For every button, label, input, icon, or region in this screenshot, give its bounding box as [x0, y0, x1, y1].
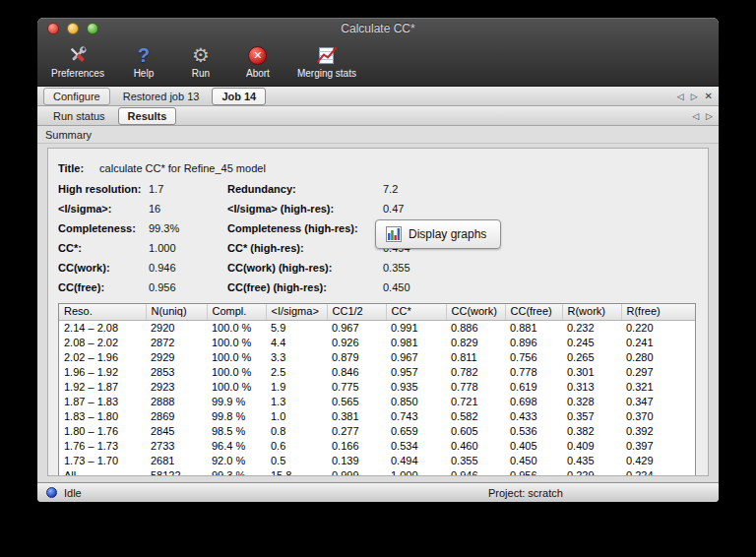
table-row[interactable]: 1.83 – 1.80286999.8 %1.00.3810.7430.5820… [59, 409, 695, 424]
zoom-window-icon[interactable] [87, 23, 98, 34]
table-cell: 0.619 [505, 380, 562, 395]
minimize-window-icon[interactable] [67, 23, 79, 34]
help-button[interactable]: ? Help [122, 41, 165, 80]
column-header[interactable]: CC(free) [505, 304, 562, 321]
tab-scroll-right-icon[interactable]: ▷ [691, 92, 698, 101]
column-header[interactable]: R(work) [562, 304, 621, 321]
table-cell: 0.850 [386, 395, 446, 409]
table-row[interactable]: 1.80 – 1.76284598.5 %0.80.2770.6590.6050… [59, 424, 695, 439]
summary-label: <I/sigma> (high-res): [227, 203, 383, 215]
table-cell: 0.245 [562, 336, 621, 350]
status-text: Idle [64, 487, 82, 499]
table-cell: 0.277 [327, 424, 386, 439]
table-cell: 100.0 % [207, 365, 266, 380]
status-led-icon [46, 487, 57, 498]
table-cell: 0.981 [386, 336, 446, 350]
table-cell: 96.4 % [207, 439, 266, 454]
table-cell: 0.220 [621, 321, 695, 337]
table-cell: 0.435 [562, 454, 621, 468]
table-cell: 100.0 % [207, 350, 266, 365]
summary-section-header[interactable]: Summary [37, 126, 719, 144]
summary-section-label: Summary [45, 129, 92, 141]
table-cell: 99.8 % [207, 409, 266, 424]
run-button[interactable]: ⚙ Run [179, 41, 222, 80]
tool-label: Help [134, 68, 155, 79]
table-cell: 99.9 % [207, 395, 266, 409]
result-scroll-right-icon[interactable]: ▷ [706, 111, 713, 121]
table-cell: 2.14 – 2.08 [59, 321, 146, 337]
display-graphs-button[interactable]: Display graphs [375, 219, 501, 249]
column-header[interactable]: CC1/2 [327, 304, 386, 321]
statistics-table: Reso.N(uniq)Compl.<I/sigma>CC1/2CC*CC(wo… [58, 303, 696, 476]
column-header[interactable]: Compl. [207, 304, 266, 321]
tab-configure[interactable]: Configure [43, 88, 110, 105]
bar-chart-icon [386, 226, 402, 242]
result-tab-bar: Run status Results ◁ ▷ [37, 106, 719, 126]
help-icon: ? [138, 42, 150, 68]
table-cell: 0.967 [327, 321, 386, 337]
table-cell: 0.778 [505, 365, 562, 380]
table-row[interactable]: 1.76 – 1.73273396.4 %0.60.1660.5340.4600… [59, 439, 695, 454]
table-cell: 0.280 [621, 350, 695, 365]
tab-results[interactable]: Results [118, 107, 177, 125]
table-row[interactable]: 2.14 – 2.082920100.0 %5.90.9670.9910.886… [59, 321, 695, 337]
tab-restored-job-13[interactable]: Restored job 13 [113, 88, 210, 105]
summary-label: Completeness: [58, 222, 149, 234]
table-cell: 15.8 [266, 468, 327, 476]
table-row[interactable]: 2.08 – 2.022872100.0 %4.40.9260.9810.829… [59, 336, 695, 350]
table-row[interactable]: 1.96 – 1.922853100.0 %2.50.8460.9570.782… [59, 365, 695, 380]
summary-value: 99.3% [149, 222, 227, 234]
table-cell: 0.450 [505, 454, 562, 468]
preferences-button[interactable]: Preferences [47, 41, 108, 80]
close-window-icon[interactable] [47, 23, 59, 34]
abort-button[interactable]: ✕ Abort [236, 41, 280, 80]
app-window: Calculate CC* [37, 18, 719, 502]
summary-value: 0.47 [383, 203, 472, 215]
column-header[interactable]: Reso. [59, 304, 146, 321]
titlebar[interactable]: Calculate CC* [37, 18, 719, 39]
table-header-row: Reso.N(uniq)Compl.<I/sigma>CC1/2CC*CC(wo… [59, 304, 695, 321]
content-area: Title: calculate CC* for Refine_45 model… [37, 144, 719, 482]
table-cell: 0.775 [327, 380, 386, 395]
window-title: Calculate CC* [37, 22, 719, 35]
column-header[interactable]: N(uniq) [146, 304, 207, 321]
table-cell: 4.4 [266, 336, 327, 350]
merging-stats-button[interactable]: Merging stats [293, 41, 360, 80]
table-cell: 2872 [146, 336, 207, 350]
table-cell: 100.0 % [207, 321, 266, 337]
table-cell: 0.460 [446, 439, 505, 454]
table-row[interactable]: 1.92 – 1.872923100.0 %1.90.7750.9350.778… [59, 380, 695, 395]
table-cell: 1.80 – 1.76 [59, 424, 146, 439]
table-cell: 1.83 – 1.80 [59, 409, 146, 424]
table-row[interactable]: All5812299.3 %15.80.9991.0000.9460.9560.… [59, 468, 695, 476]
summary-value: 7.2 [383, 183, 472, 195]
tab-job-14[interactable]: Job 14 [212, 88, 266, 105]
table-cell: 2923 [146, 380, 207, 395]
summary-value: 0.956 [149, 281, 227, 293]
table-cell: 0.321 [621, 380, 695, 395]
table-cell: 0.886 [446, 321, 505, 337]
summary-title-value: calculate CC* for Refine_45 model [99, 162, 266, 174]
table-cell: 0.405 [505, 439, 562, 454]
column-header[interactable]: CC(work) [446, 304, 505, 321]
table-cell: 0.957 [386, 365, 446, 380]
table-cell: 0.229 [562, 468, 621, 476]
table-cell: 58122 [146, 468, 207, 476]
table-cell: 0.946 [446, 468, 505, 476]
tab-scroll-left-icon[interactable]: ◁ [677, 92, 684, 101]
table-row[interactable]: 1.73 – 1.70268192.0 %0.50.1390.4940.3550… [59, 454, 695, 468]
table-row[interactable]: 2.02 – 1.962929100.0 %3.30.8790.9670.811… [59, 350, 695, 365]
column-header[interactable]: R(free) [621, 304, 695, 321]
tab-run-status[interactable]: Run status [43, 107, 115, 125]
table-cell: 0.139 [327, 454, 386, 468]
table-cell: 2681 [146, 454, 207, 468]
result-scroll-left-icon[interactable]: ◁ [692, 111, 699, 121]
table-cell: 1.000 [386, 468, 446, 476]
table-cell: 0.370 [621, 409, 695, 424]
tab-close-icon[interactable]: ✕ [705, 91, 713, 101]
column-header[interactable]: <I/sigma> [266, 304, 327, 321]
table-row[interactable]: 1.87 – 1.83288899.9 %1.30.5650.8500.7210… [59, 395, 695, 409]
column-header[interactable]: CC* [386, 304, 446, 321]
table-cell: 0.5 [266, 454, 327, 468]
summary-label: High resolution: [58, 183, 149, 195]
